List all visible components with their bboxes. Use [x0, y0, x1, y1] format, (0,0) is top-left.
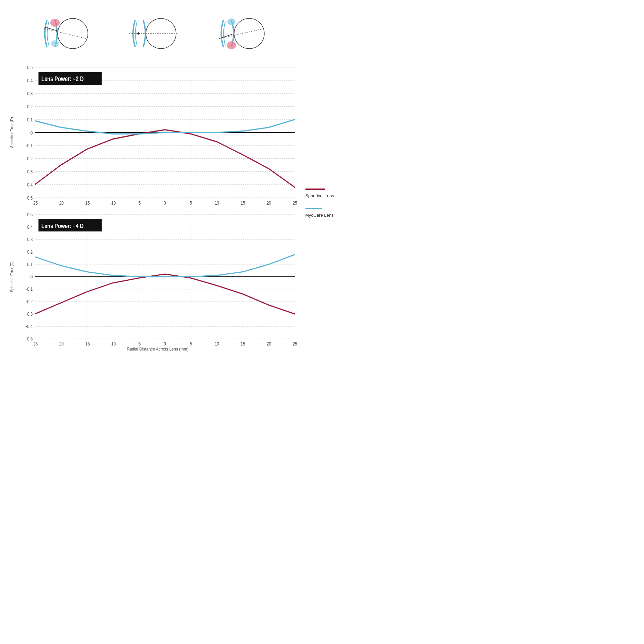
- svg-line-3: [44, 29, 86, 39]
- svg-line-12: [219, 29, 264, 39]
- svg-text:20: 20: [267, 341, 271, 345]
- lens-diagram-2: [122, 10, 183, 57]
- legend-spherical-line-container: [305, 189, 359, 190]
- svg-text:-15: -15: [84, 341, 90, 345]
- svg-point-2: [51, 40, 59, 47]
- chart-bottom-wrapper: Spherical Error (D): [7, 208, 299, 352]
- legend-spherical: Spherical Lens: [305, 189, 359, 198]
- chart-top-container: Spherical Error (D): [7, 60, 299, 205]
- svg-text:-0.4: -0.4: [26, 324, 33, 329]
- chart-top-svg: 0.5 0.4 0.3 0.2 0.1 0 -0.1 -0.2 -0.3 -0.…: [17, 60, 299, 205]
- svg-text:20: 20: [267, 200, 271, 205]
- charts-area: Spherical Error (D): [7, 7, 299, 356]
- svg-text:0: 0: [31, 130, 33, 136]
- svg-text:0.5: 0.5: [27, 212, 33, 217]
- svg-text:-10: -10: [110, 341, 116, 345]
- svg-text:-20: -20: [58, 200, 64, 205]
- main-container: Spherical Error (D): [0, 0, 362, 362]
- svg-text:Lens Power: −2 D: Lens Power: −2 D: [41, 75, 84, 83]
- svg-text:25: 25: [293, 341, 297, 345]
- svg-text:15: 15: [241, 341, 245, 345]
- lens-diagram-1: [34, 10, 95, 57]
- svg-text:5: 5: [190, 341, 192, 345]
- svg-text:-0.1: -0.1: [26, 286, 33, 292]
- svg-text:0.5: 0.5: [27, 65, 33, 70]
- chart-bottom-inner: 0.5 0.4 0.3 0.2 0.1 0 -0.1 -0.2 -0.3 -0.…: [17, 208, 299, 345]
- svg-text:Lens Power: −4 D: Lens Power: −4 D: [41, 222, 84, 229]
- lens-diagrams-row: [7, 7, 299, 60]
- svg-text:0.4: 0.4: [27, 224, 33, 230]
- svg-text:10: 10: [215, 341, 219, 345]
- chart-bottom-svg: 0.5 0.4 0.3 0.2 0.1 0 -0.1 -0.2 -0.3 -0.…: [17, 208, 299, 345]
- svg-text:-25: -25: [32, 200, 38, 205]
- svg-text:5: 5: [190, 200, 192, 205]
- chart-bottom-container: Spherical Error (D): [7, 208, 299, 345]
- y-axis-label-bottom: Spherical Error (D): [7, 208, 17, 345]
- svg-text:0: 0: [164, 341, 166, 345]
- svg-point-10: [227, 18, 235, 25]
- svg-text:0: 0: [164, 200, 166, 205]
- svg-text:0.4: 0.4: [27, 78, 33, 84]
- svg-text:-5: -5: [137, 200, 141, 205]
- svg-text:10: 10: [215, 200, 219, 205]
- svg-text:-10: -10: [110, 200, 116, 205]
- svg-text:-0.2: -0.2: [26, 299, 33, 304]
- svg-text:-0.5: -0.5: [26, 195, 33, 201]
- svg-text:15: 15: [241, 200, 246, 205]
- svg-point-1: [50, 19, 60, 27]
- svg-text:-5: -5: [137, 341, 141, 345]
- legend-spherical-label: Spherical Lens: [305, 193, 359, 198]
- x-axis-label: Radial Distance Across Lens (mm): [7, 345, 299, 352]
- svg-point-9: [234, 18, 264, 49]
- chart-top-wrapper: Spherical Error (D): [7, 60, 299, 205]
- y-axis-label-top: Spherical Error (D): [7, 60, 17, 205]
- legend-area: Spherical Lens MyoCare Lens: [299, 7, 359, 356]
- svg-text:-0.2: -0.2: [26, 156, 33, 162]
- svg-text:-0.1: -0.1: [26, 143, 33, 149]
- legend-myocare-line-container: [305, 208, 359, 209]
- legend-spherical-line: [305, 189, 325, 190]
- svg-text:0: 0: [31, 274, 33, 279]
- chart-top-inner: 0.5 0.4 0.3 0.2 0.1 0 -0.1 -0.2 -0.3 -0.…: [17, 60, 299, 205]
- svg-text:-0.3: -0.3: [26, 169, 33, 175]
- legend-myocare: MyoCare Lens: [305, 208, 359, 218]
- lens-diagram-3: [211, 10, 271, 57]
- svg-text:25: 25: [293, 200, 298, 205]
- svg-text:0.1: 0.1: [27, 117, 33, 122]
- svg-text:0.2: 0.2: [27, 104, 33, 109]
- svg-text:0.1: 0.1: [27, 262, 33, 267]
- svg-point-0: [58, 18, 88, 49]
- svg-point-11: [227, 41, 236, 49]
- svg-text:-0.4: -0.4: [26, 182, 33, 187]
- svg-text:0.3: 0.3: [27, 237, 33, 242]
- svg-text:-25: -25: [32, 341, 38, 345]
- legend-myocare-label: MyoCare Lens: [305, 213, 359, 218]
- svg-text:-15: -15: [84, 200, 90, 205]
- legend-myocare-line: [305, 208, 322, 209]
- svg-text:0.2: 0.2: [27, 249, 33, 255]
- svg-text:-0.3: -0.3: [26, 311, 33, 317]
- svg-text:0.3: 0.3: [27, 91, 33, 97]
- svg-text:-20: -20: [58, 341, 64, 345]
